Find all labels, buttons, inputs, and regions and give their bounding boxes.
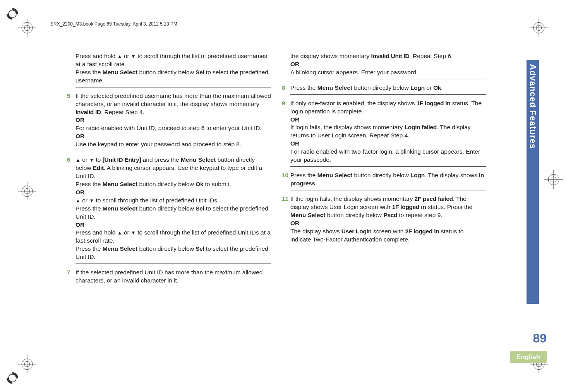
or-label: OR xyxy=(290,140,299,147)
ui-softkey: Pscd xyxy=(383,212,397,218)
ui-status: 1F logged in xyxy=(392,204,426,210)
or-label: OR xyxy=(290,220,299,226)
text: For radio enabled with two-factor login,… xyxy=(290,148,480,163)
step-number: 7 xyxy=(67,269,70,277)
step-number: 11 xyxy=(282,195,288,203)
text: button directly below xyxy=(137,181,196,187)
page-number: 89 xyxy=(520,331,547,346)
up-arrow-icon: ▲ xyxy=(75,157,81,163)
text: . xyxy=(315,180,317,187)
text: button directly below xyxy=(352,172,410,178)
step-number: 5 xyxy=(67,92,70,100)
step-10: 10 Press the Menu Select button directly… xyxy=(290,171,486,190)
divider xyxy=(75,87,271,87)
text: or xyxy=(122,229,131,236)
text: If the login fails, the display shows mo… xyxy=(290,195,414,202)
up-arrow-icon: ▲ xyxy=(117,230,122,236)
header-rule xyxy=(19,28,279,28)
step-9: 9 If only one-factor is enabled, the dis… xyxy=(290,99,486,167)
section-tab: Advanced Features xyxy=(527,60,539,304)
para: Press and hold ▲ or ▼ to scroll through … xyxy=(75,52,271,87)
ui-softkey: Edit xyxy=(93,164,104,171)
text: to xyxy=(94,156,103,163)
text: or xyxy=(81,197,89,204)
text: Press the xyxy=(75,181,103,187)
text: to scroll through the list of predefined… xyxy=(94,197,219,204)
divider xyxy=(290,246,486,246)
ui-softkey: Ok xyxy=(433,84,441,91)
language-tab: English xyxy=(510,351,547,363)
step-number: 10 xyxy=(282,171,288,180)
registration-mark-icon xyxy=(544,170,563,189)
text: . Repeat Step 4. xyxy=(101,109,144,115)
text: or xyxy=(81,156,89,163)
text: Press the xyxy=(290,84,317,91)
ui-term: Menu Select xyxy=(103,181,137,187)
para: the display shows momentary Invalid Unit… xyxy=(290,52,486,79)
ui-softkey: Sel xyxy=(196,69,204,75)
text: button directly below xyxy=(352,84,410,91)
ui-message: Invalid Unit ID xyxy=(371,53,409,59)
text: . A blinking cursor appears. Use the key… xyxy=(75,164,262,179)
step-6: 6 ▲ or ▼ to [Unit ID Entry] and press th… xyxy=(75,156,271,264)
ui-message: Login failed xyxy=(405,124,437,130)
down-arrow-icon: ▼ xyxy=(131,230,136,236)
ui-softkey: Sel xyxy=(196,245,204,252)
ui-softkey: Logn xyxy=(410,84,425,91)
ui-term: Menu Select xyxy=(103,245,137,252)
page-header: SRX_2200_M3.book Page 89 Tuesday, April … xyxy=(50,21,177,27)
down-arrow-icon: ▼ xyxy=(131,53,136,59)
divider xyxy=(290,94,486,95)
text: to submit. xyxy=(203,181,231,187)
step-number: 9 xyxy=(282,99,285,108)
divider xyxy=(290,166,486,167)
or-label: OR xyxy=(75,133,84,139)
step-8: 8 Press the Menu Select button directly … xyxy=(290,84,486,95)
text: button directly below xyxy=(137,205,196,212)
text: button directly below xyxy=(325,212,383,218)
divider xyxy=(290,79,486,79)
ui-field: [Unit ID Entry] xyxy=(103,156,141,163)
text: and press the xyxy=(141,156,181,163)
text: If only one-factor is enabled, the displ… xyxy=(290,100,417,106)
content-area: Press and hold ▲ or ▼ to scroll through … xyxy=(75,52,486,289)
registration-mark-small-icon xyxy=(3,369,22,387)
text: button directly below xyxy=(137,69,196,75)
text: If the selected predefined Unit ID has m… xyxy=(75,269,262,284)
text: If the selected predefined username has … xyxy=(75,92,271,107)
text: The display shows xyxy=(290,228,341,235)
text: button directly below xyxy=(137,245,196,252)
divider xyxy=(75,151,271,151)
up-arrow-icon: ▲ xyxy=(75,198,81,204)
text: A blinking cursor appears. Enter your pa… xyxy=(290,69,418,75)
text: Press and hold xyxy=(75,53,117,59)
registration-mark-small-icon xyxy=(3,5,22,23)
ui-term: Menu Select xyxy=(317,172,352,178)
text: For radio enabled with Unit ID, proceed … xyxy=(75,125,262,131)
text: . The display shows xyxy=(425,172,479,178)
ui-softkey: Logn xyxy=(410,172,425,178)
ui-softkey: Ok xyxy=(196,181,203,187)
text: . xyxy=(441,84,443,91)
text: to repeat step 9. xyxy=(397,212,442,218)
ui-status: 1F logged in xyxy=(417,100,451,106)
text: Press the xyxy=(75,205,103,212)
text: or xyxy=(425,84,433,91)
text: screen with xyxy=(372,228,405,235)
up-arrow-icon: ▲ xyxy=(117,53,122,59)
registration-mark-icon xyxy=(530,19,548,37)
text: or xyxy=(122,53,131,59)
text: Press and hold xyxy=(75,229,117,236)
left-column: Press and hold ▲ or ▼ to scroll through … xyxy=(75,52,271,289)
ui-softkey: Sel xyxy=(196,205,204,212)
step-7: 7 If the selected predefined Unit ID has… xyxy=(75,269,271,285)
or-label: OR xyxy=(75,221,84,228)
or-label: OR xyxy=(290,116,299,123)
text: Press the xyxy=(290,172,317,178)
ui-term: Menu Select xyxy=(103,69,137,75)
ui-message: Invalid ID xyxy=(75,109,101,115)
text: Press the xyxy=(75,245,103,252)
step-11: 11 If the login fails, the display shows… xyxy=(290,195,486,246)
ui-screen: User Login xyxy=(341,228,372,235)
down-arrow-icon: ▼ xyxy=(89,157,94,163)
